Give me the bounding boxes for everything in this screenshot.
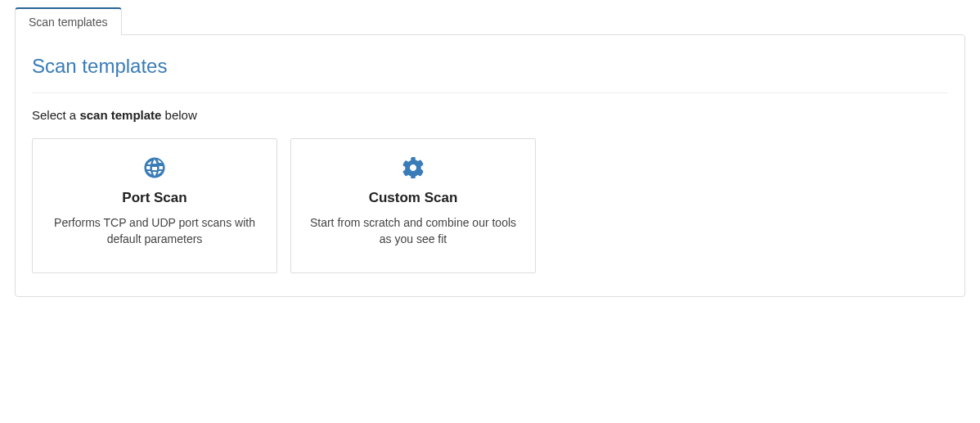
- tab-label: Scan templates: [29, 16, 108, 29]
- card-title: Port Scan: [47, 190, 262, 206]
- card-description: Start from scratch and combine our tools…: [306, 214, 520, 248]
- instruction-bold: scan template: [79, 108, 161, 122]
- card-description: Performs TCP and UDP port scans with def…: [47, 214, 262, 248]
- template-card-port-scan[interactable]: Port Scan Performs TCP and UDP port scan…: [32, 138, 277, 273]
- tab-bar: Scan templates: [15, 7, 965, 34]
- panel-title: Scan templates: [32, 50, 948, 86]
- template-card-custom-scan[interactable]: Custom Scan Start from scratch and combi…: [290, 138, 536, 273]
- instruction-prefix: Select a: [32, 108, 79, 122]
- tab-scan-templates[interactable]: Scan templates: [15, 7, 122, 35]
- card-title: Custom Scan: [306, 190, 520, 206]
- template-card-list: Port Scan Performs TCP and UDP port scan…: [32, 138, 948, 273]
- instruction-suffix: below: [161, 108, 196, 122]
- divider: [32, 92, 948, 93]
- page-root: Scan templates Scan templates Select a s…: [0, 0, 980, 312]
- globe-icon: [47, 157, 262, 178]
- panel-scan-templates: Scan templates Select a scan template be…: [15, 34, 965, 297]
- instruction-text: Select a scan template below: [32, 108, 948, 122]
- gear-icon: [306, 157, 520, 178]
